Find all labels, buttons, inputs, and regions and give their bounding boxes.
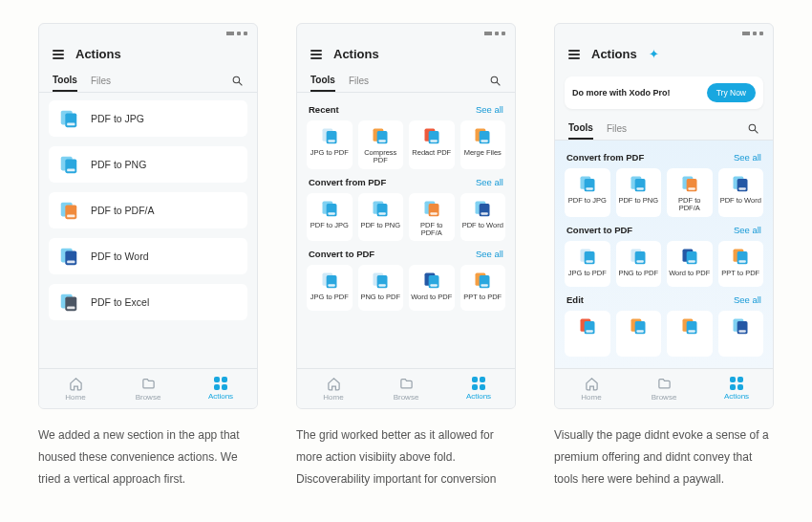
svg-rect-27 bbox=[430, 140, 438, 142]
action-card[interactable]: JPG to PDF bbox=[565, 241, 610, 287]
action-card[interactable]: Word to PDF bbox=[409, 265, 455, 311]
bottom-nav: Home Browse Actions bbox=[39, 368, 257, 408]
action-list-item[interactable]: PDF to PNG bbox=[49, 146, 247, 183]
nav-actions[interactable]: Actions bbox=[184, 369, 257, 408]
action-card[interactable]: PDF to PDF/A bbox=[667, 168, 713, 217]
pdf-jpg-icon bbox=[578, 174, 597, 193]
action-card[interactable]: Merge Files bbox=[460, 120, 506, 169]
folder-icon bbox=[141, 377, 156, 391]
action-card[interactable]: Word to PDF bbox=[667, 241, 713, 287]
action-card[interactable]: Compress PDF bbox=[358, 120, 404, 169]
action-card[interactable] bbox=[565, 311, 610, 357]
section-header: Convert from PDF See all bbox=[566, 152, 761, 163]
word-pdf-icon bbox=[422, 271, 441, 290]
svg-rect-4 bbox=[67, 123, 75, 126]
svg-rect-36 bbox=[379, 212, 387, 215]
svg-rect-51 bbox=[430, 284, 438, 287]
status-bar bbox=[297, 24, 515, 37]
jpg-pdf-icon bbox=[578, 247, 597, 266]
nav-actions[interactable]: Actions bbox=[442, 369, 515, 408]
promo-cta-button[interactable]: Try Now bbox=[707, 83, 756, 102]
action-label: Compress PDF bbox=[360, 149, 402, 165]
action-card[interactable]: PPT to PDF bbox=[460, 265, 506, 311]
action-card[interactable]: JPG to PDF bbox=[307, 120, 353, 169]
action-card[interactable]: PDF to JPG bbox=[307, 193, 353, 242]
action-card[interactable]: PNG to PDF bbox=[616, 241, 662, 287]
svg-rect-13 bbox=[67, 261, 75, 264]
action-card[interactable] bbox=[616, 311, 662, 357]
nav-browse[interactable]: Browse bbox=[370, 369, 442, 408]
home-icon bbox=[69, 377, 83, 391]
tabs: Tools Files bbox=[555, 117, 773, 141]
pdf-word-icon bbox=[731, 316, 750, 336]
tab-files[interactable]: Files bbox=[349, 70, 369, 91]
action-card[interactable] bbox=[718, 311, 764, 357]
action-list-item[interactable]: PDF to Word bbox=[49, 238, 247, 274]
action-card[interactable]: PDF to JPG bbox=[565, 168, 610, 217]
grid-icon bbox=[730, 377, 743, 390]
sparkle-icon: ✦ bbox=[649, 47, 659, 61]
action-card[interactable]: PNG to PDF bbox=[358, 265, 404, 311]
action-label: Merge Files bbox=[464, 149, 502, 163]
search-icon[interactable] bbox=[231, 75, 244, 87]
svg-rect-54 bbox=[481, 284, 489, 287]
action-card[interactable] bbox=[667, 311, 713, 357]
tab-files[interactable]: Files bbox=[91, 70, 111, 91]
see-all-link[interactable]: See all bbox=[734, 294, 761, 305]
action-card[interactable]: PDF to PNG bbox=[616, 168, 662, 217]
action-list-item[interactable]: PDF to PDF/A bbox=[49, 192, 247, 228]
pdf-word-icon bbox=[473, 199, 492, 218]
menu-icon[interactable] bbox=[53, 50, 64, 59]
action-grid: PDF to JPG PDF to PNG PDF to PDF/A bbox=[565, 168, 763, 217]
action-card[interactable]: PDF to PNG bbox=[358, 193, 404, 242]
svg-rect-24 bbox=[379, 140, 387, 142]
menu-icon[interactable] bbox=[568, 50, 580, 59]
action-card[interactable]: PPT to PDF bbox=[718, 241, 764, 287]
tab-tools[interactable]: Tools bbox=[568, 117, 593, 140]
nav-home[interactable]: Home bbox=[297, 369, 370, 408]
action-card[interactable]: PDF to PDF/A bbox=[409, 193, 455, 242]
action-label: PDF to PNG bbox=[618, 197, 658, 210]
phone-mock: Actions Tools Files Recent See all JPG t… bbox=[296, 23, 516, 409]
action-grid: PDF to JPG PDF to PNG PDF to PDF/A bbox=[307, 193, 505, 242]
action-card[interactable]: JPG to PDF bbox=[307, 265, 353, 311]
tab-tools[interactable]: Tools bbox=[53, 69, 77, 92]
see-all-link[interactable]: See all bbox=[476, 249, 503, 259]
see-all-link[interactable]: See all bbox=[476, 177, 503, 187]
content-list: PDF to JPG PDF to PNG PDF to PDF/A PDF t… bbox=[39, 93, 257, 368]
action-card[interactable]: Redact PDF bbox=[409, 120, 455, 169]
search-icon[interactable] bbox=[747, 122, 759, 135]
nav-browse[interactable]: Browse bbox=[628, 369, 700, 408]
action-label: JPG to PDF bbox=[310, 294, 349, 307]
menu-icon[interactable] bbox=[310, 50, 322, 59]
see-all-link[interactable]: See all bbox=[734, 152, 761, 163]
nav-browse[interactable]: Browse bbox=[112, 369, 184, 408]
see-all-link[interactable]: See all bbox=[734, 225, 761, 235]
bottom-nav: Home Browse Actions bbox=[297, 368, 515, 408]
action-card[interactable]: PDF to Word bbox=[718, 168, 764, 217]
action-label: PDF to PDF/A bbox=[91, 205, 155, 216]
jpg-pdf-icon bbox=[320, 271, 339, 290]
svg-rect-77 bbox=[688, 260, 695, 263]
section-title: Edit bbox=[566, 294, 584, 305]
svg-rect-30 bbox=[481, 140, 489, 142]
svg-rect-74 bbox=[637, 260, 645, 263]
tab-files[interactable]: Files bbox=[607, 118, 627, 139]
nav-actions[interactable]: Actions bbox=[700, 369, 773, 408]
pdf-word-icon bbox=[731, 174, 750, 193]
nav-home[interactable]: Home bbox=[39, 369, 112, 408]
action-label: PDF to JPG bbox=[310, 222, 349, 235]
tab-tools[interactable]: Tools bbox=[310, 69, 335, 92]
search-icon[interactable] bbox=[489, 75, 502, 87]
action-card[interactable]: PDF to Word bbox=[460, 193, 506, 242]
nav-home[interactable]: Home bbox=[555, 369, 628, 408]
compress-icon bbox=[371, 126, 390, 145]
svg-rect-92 bbox=[739, 330, 747, 333]
action-grid bbox=[565, 311, 763, 357]
action-label: PPT to PDF bbox=[721, 270, 759, 283]
action-list-item[interactable]: PDF to JPG bbox=[49, 100, 247, 137]
see-all-link[interactable]: See all bbox=[476, 104, 503, 115]
svg-rect-21 bbox=[328, 140, 335, 142]
action-list-item[interactable]: PDF to Excel bbox=[49, 284, 247, 320]
png-pdf-icon bbox=[371, 271, 390, 290]
